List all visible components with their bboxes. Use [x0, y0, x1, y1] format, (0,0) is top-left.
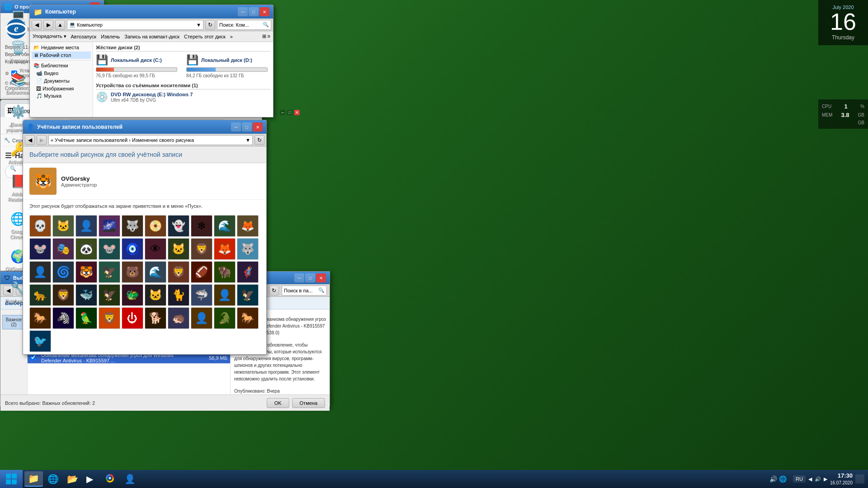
explorer-address-bar[interactable]: 💻 Компьютер ▼ [67, 20, 203, 30]
sidebar-docs[interactable]: 📄 Документы [32, 77, 91, 85]
explorer-maximize-button[interactable]: □ [249, 7, 259, 16]
avatar-thumb[interactable]: 👁 [145, 238, 166, 260]
tray-network-icon[interactable]: 🌐 [779, 475, 787, 483]
taskbar-item-chrome[interactable] [102, 471, 120, 487]
avatar-thumb[interactable]: ❄ [191, 215, 212, 237]
avatar-thumb[interactable]: 🐺 [122, 215, 143, 237]
avatar-thumb[interactable]: 🐻 [122, 261, 143, 283]
avatar-thumb[interactable]: 🦁 [99, 307, 120, 329]
drive-d[interactable]: 💾 Локальный диск (D:) 84,2 ГБ свободно и… [186, 54, 268, 78]
avatar-thumb[interactable]: 🎭 [52, 238, 74, 260]
menu-erase[interactable]: Стереть этот диск [184, 34, 226, 39]
avatar-thumb[interactable]: 🏈 [191, 261, 212, 283]
chrome-minimize-button[interactable]: ─ [280, 110, 285, 115]
tray-language[interactable]: RU [793, 475, 806, 483]
taskbar-item-media[interactable]: ▶ [83, 471, 101, 487]
user-back-button[interactable]: ◀ [25, 135, 35, 145]
avatar-thumb[interactable]: 🦊 [214, 238, 236, 260]
avatar-thumb[interactable]: 🦅 [237, 284, 259, 306]
taskbar-item-folder[interactable]: 📂 [63, 471, 82, 487]
update-minimize-button[interactable]: ─ [294, 273, 304, 282]
explorer-forward-button[interactable]: ▶ [43, 20, 53, 30]
tray-datetime[interactable]: 17:30 16.07.2020 [830, 472, 853, 486]
avatar-thumb[interactable]: 🐼 [75, 238, 97, 260]
avatar-thumb[interactable]: 🐕 [145, 307, 166, 329]
avatar-thumb[interactable]: 🧿 [122, 238, 143, 260]
avatar-thumb[interactable]: 🦓 [52, 307, 74, 329]
taskbar-item-user[interactable]: 👤 [121, 471, 139, 487]
explorer-minimize-button[interactable]: ─ [238, 7, 248, 16]
chrome-maximize-button[interactable]: □ [287, 110, 292, 115]
update-ok-button[interactable]: OK [267, 398, 289, 408]
sidebar-libraries[interactable]: 📚 Библиотеки [32, 62, 91, 70]
avatar-thumb[interactable]: 🌀 [52, 261, 74, 283]
view-icons[interactable]: ⊞ ≡ [262, 33, 270, 39]
start-button[interactable] [0, 470, 23, 488]
avatar-thumb[interactable]: 👤 [214, 284, 236, 306]
avatar-thumb[interactable]: 🐱 [168, 238, 189, 260]
avatar-thumb[interactable]: 🐱 [52, 215, 74, 237]
explorer-back-button[interactable]: ◀ [32, 20, 42, 30]
avatar-thumb[interactable]: 🐭 [29, 238, 51, 260]
avatar-thumb[interactable]: 🌊 [145, 261, 166, 283]
avatar-thumb[interactable]: 🌊 [214, 215, 236, 237]
avatar-thumb[interactable]: 🐊 [214, 307, 236, 329]
taskbar-item-explorer[interactable]: 📁 [24, 471, 43, 487]
menu-eject[interactable]: Извлечь [101, 34, 120, 39]
update-close-button[interactable]: ✕ [316, 273, 326, 282]
sidebar-images[interactable]: 🖼 Изображения [32, 85, 91, 92]
explorer-close-button[interactable]: ✕ [259, 7, 269, 16]
avatar-thumb[interactable]: 🐺 [237, 238, 259, 260]
avatar-thumb[interactable]: 🦈 [191, 284, 212, 306]
avatar-thumb[interactable]: 👻 [168, 215, 189, 237]
user-forward-button[interactable]: ▶ [37, 135, 47, 145]
update-search-bar[interactable]: Поиск в па... 🔍 [282, 286, 327, 296]
avatar-thumb[interactable]: 👤 [75, 215, 97, 237]
avatar-thumb[interactable]: 🐦 [29, 330, 51, 352]
avatar-thumb[interactable]: 🦬 [214, 261, 236, 283]
avatar-thumb[interactable]: 🦊 [237, 215, 259, 237]
explorer-refresh-button[interactable]: ↻ [205, 20, 215, 30]
dvd-item[interactable]: 💿 DVD RW дисковод (E:) Windows 7 Ultm x6… [96, 91, 270, 103]
avatar-thumb[interactable]: 🐆 [29, 284, 51, 306]
avatar-thumb[interactable]: 🐈 [168, 284, 189, 306]
update-checkbox[interactable] [28, 354, 38, 361]
tray-speaker-icon[interactable]: 🔊 [769, 475, 777, 483]
avatar-thumb[interactable]: 🐭 [99, 238, 120, 260]
user-address-bar[interactable]: « Учётные записи пользователей › Изменен… [48, 135, 253, 145]
show-desktop-button[interactable] [855, 474, 864, 483]
sidebar-video[interactable]: 📹 Видео [32, 70, 91, 77]
avatar-thumb[interactable]: 🦜 [75, 307, 97, 329]
menu-organize[interactable]: Упорядочить ▾ [33, 33, 66, 39]
avatar-thumb[interactable]: 🐳 [75, 284, 97, 306]
avatar-thumb[interactable]: 👤 [191, 307, 212, 329]
explorer-titlebar[interactable]: 📁 Компьютер ─ □ ✕ [30, 5, 273, 19]
tray-left-arrow[interactable]: ◀ [808, 476, 812, 482]
menu-burn[interactable]: Запись на компакт-диск [124, 34, 179, 39]
explorer-search-bar[interactable]: Поиск: Ком... 🔍 [217, 20, 271, 30]
menu-more[interactable]: » [230, 34, 233, 39]
avatar-thumb[interactable]: 💀 [29, 215, 51, 237]
update-maximize-button[interactable]: □ [305, 273, 315, 282]
chrome-close-button[interactable]: ✕ [294, 110, 300, 115]
tray-right-arrow[interactable]: ▶ [824, 476, 827, 482]
user-minimize-button[interactable]: ─ [231, 122, 241, 131]
user-maximize-button[interactable]: □ [242, 122, 252, 131]
sidebar-recent[interactable]: 📂 Недавние места [32, 44, 91, 52]
user-refresh-button[interactable]: ↻ [255, 135, 264, 145]
avatar-thumb[interactable]: 🐱 [145, 284, 166, 306]
user-window-titlebar[interactable]: 👤 Учётные записи пользователей ─ □ ✕ [23, 120, 266, 134]
avatar-thumb[interactable]: 🐎 [29, 307, 51, 329]
avatar-thumb[interactable]: 🐲 [122, 284, 143, 306]
taskbar-item-ie[interactable]: 🌐 [44, 471, 62, 487]
avatar-thumb[interactable]: 🦁 [52, 284, 74, 306]
menu-autoplay[interactable]: Автозапуск [71, 34, 97, 39]
sidebar-desktop[interactable]: 🖥 Рабочий стол [32, 52, 91, 59]
explorer-up-button[interactable]: ▲ [55, 20, 65, 30]
avatar-thumb[interactable]: 🐎 [237, 307, 259, 329]
avatar-thumb[interactable]: 🦁 [168, 261, 189, 283]
avatar-thumb[interactable]: 🦁 [191, 238, 212, 260]
avatar-thumb[interactable]: 🦔 [168, 307, 189, 329]
avatar-thumb[interactable]: 🐯 [75, 261, 97, 283]
avatar-thumb[interactable]: 🦸 [237, 261, 259, 283]
